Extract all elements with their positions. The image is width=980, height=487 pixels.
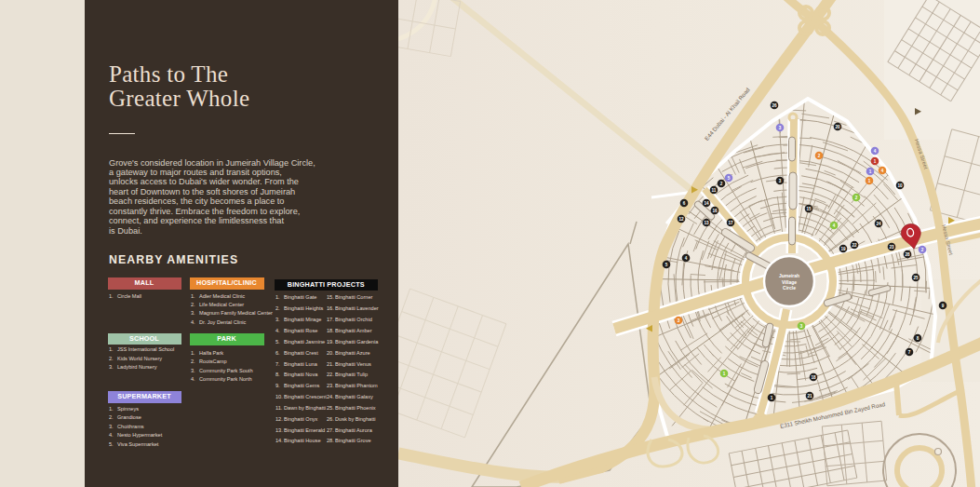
svg-text:3: 3: [779, 179, 782, 183]
svg-text:3: 3: [779, 126, 782, 130]
svg-text:18: 18: [811, 375, 816, 380]
svg-text:4: 4: [833, 223, 836, 228]
svg-text:2: 2: [921, 248, 924, 252]
svg-text:9: 9: [942, 304, 945, 308]
svg-text:22: 22: [852, 243, 857, 248]
svg-text:1: 1: [771, 396, 773, 400]
svg-text:Circle: Circle: [783, 285, 796, 291]
svg-text:17: 17: [728, 221, 733, 225]
svg-text:14: 14: [704, 201, 709, 206]
svg-text:13: 13: [704, 221, 709, 225]
svg-text:20: 20: [835, 125, 840, 129]
svg-text:4: 4: [881, 169, 884, 173]
svg-text:3: 3: [678, 318, 680, 323]
svg-text:7: 7: [908, 350, 911, 355]
svg-text:11: 11: [712, 188, 717, 193]
svg-text:3: 3: [800, 324, 803, 329]
svg-text:1: 1: [869, 169, 872, 174]
svg-text:1: 1: [874, 159, 877, 164]
svg-text:28: 28: [905, 252, 910, 257]
svg-text:8: 8: [917, 336, 920, 341]
svg-text:2: 2: [855, 196, 858, 200]
svg-text:23: 23: [889, 245, 894, 250]
svg-text:Village: Village: [782, 279, 797, 285]
svg-text:19: 19: [840, 247, 846, 251]
svg-text:25: 25: [913, 276, 919, 280]
svg-text:10: 10: [897, 183, 903, 188]
svg-text:6: 6: [683, 201, 686, 206]
svg-text:4: 4: [685, 256, 688, 261]
svg-text:21: 21: [807, 394, 812, 399]
svg-text:24: 24: [876, 222, 881, 226]
svg-text:4: 4: [874, 149, 877, 154]
svg-text:5: 5: [665, 263, 668, 267]
svg-text:15: 15: [806, 207, 812, 211]
svg-text:Jumeirah: Jumeirah: [779, 273, 799, 278]
svg-text:16: 16: [712, 209, 718, 213]
svg-text:26: 26: [772, 103, 777, 108]
svg-text:1: 1: [868, 179, 871, 183]
svg-text:1: 1: [723, 372, 726, 376]
svg-text:2: 2: [720, 182, 723, 186]
svg-text:5: 5: [728, 176, 731, 181]
svg-text:12: 12: [678, 217, 684, 222]
svg-text:2: 2: [818, 154, 821, 158]
